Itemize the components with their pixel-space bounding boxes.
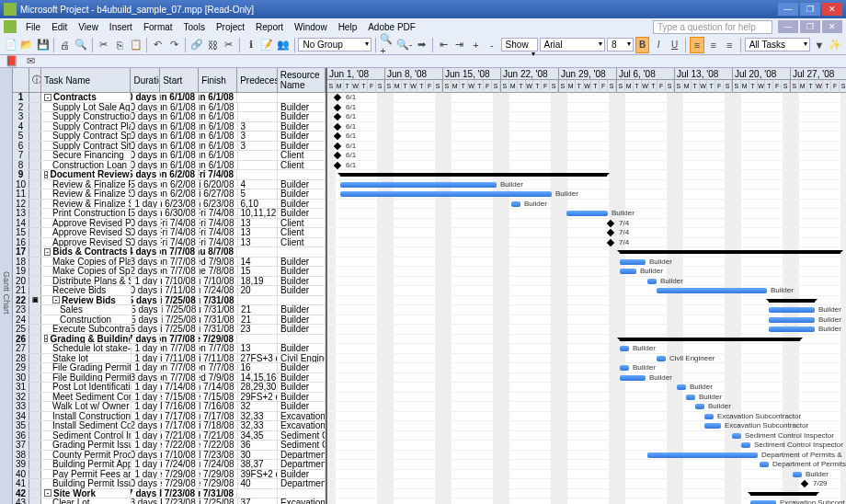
table-row[interactable]: 17-Bids & Contracts24 daysMon 7/7/08Thu …	[13, 247, 326, 258]
hide-subtasks-button[interactable]: -	[485, 37, 498, 53]
milestone[interactable]	[607, 229, 614, 236]
align-center-button[interactable]: ≡	[706, 37, 720, 53]
summary-bar[interactable]	[340, 173, 607, 177]
task-bar[interactable]	[620, 346, 629, 351]
gantt-row[interactable]: Builder	[327, 325, 846, 335]
gantt-row[interactable]	[327, 296, 846, 306]
gantt-row[interactable]: Builder	[327, 305, 846, 315]
table-row[interactable]: 10Review & Finalize Plans15 daysMon 6/2/…	[13, 180, 326, 190]
bold-button[interactable]: B	[635, 37, 650, 53]
gantt-row[interactable]	[327, 489, 846, 499]
paste-button[interactable]: 📋	[129, 37, 143, 53]
table-row[interactable]: 6Supply Contract Site Plan0 daysSun 6/1/…	[13, 142, 326, 152]
gantt-row[interactable]: Builder	[327, 180, 846, 190]
table-row[interactable]: 14Approve Revised Plans0 daysFri 7/4/08F…	[13, 219, 326, 229]
table-row[interactable]: 20Distribute Plans & Specifications1 day…	[13, 277, 326, 287]
gantt-row[interactable]: 7/4	[327, 228, 846, 238]
menu-tools[interactable]: Tools	[178, 20, 211, 34]
milestone[interactable]	[334, 152, 341, 159]
gantt-row[interactable]: 7/4	[327, 219, 846, 229]
gantt-row[interactable]: Builder	[327, 286, 846, 296]
task-bar[interactable]	[620, 269, 636, 274]
table-row[interactable]: 4Supply Contract Plans0 daysSun 6/1/08Su…	[13, 122, 326, 132]
table-row[interactable]: 8Construction Loan Settlement0 daysSun 6…	[13, 161, 326, 171]
summary-bar[interactable]	[620, 250, 840, 254]
assign-button[interactable]: 👥	[276, 37, 290, 53]
table-row[interactable]: 23Sales5 daysFri 7/25/08Thu 7/31/0821Bui…	[13, 305, 326, 315]
task-bar[interactable]	[732, 433, 741, 439]
task-bar[interactable]	[647, 279, 657, 284]
gantt-row[interactable]: Builder	[327, 383, 846, 393]
doc-close-button[interactable]: ✕	[822, 20, 842, 33]
task-bar[interactable]	[793, 472, 802, 477]
table-row[interactable]: 31Post Lot Identification1 dayMon 7/14/0…	[13, 383, 326, 393]
filter-select[interactable]: All Tasks	[745, 38, 811, 52]
col-duration[interactable]: Duration	[131, 68, 160, 92]
collapse-icon[interactable]: -	[44, 248, 51, 256]
table-row[interactable]: 38County Permit Process10 daysThu 7/10/0…	[13, 451, 326, 461]
show-select[interactable]: Show	[501, 38, 538, 52]
milestone[interactable]	[334, 113, 341, 120]
task-bar[interactable]	[340, 182, 497, 188]
task-bar[interactable]	[511, 201, 520, 207]
gantt-row[interactable]	[327, 247, 846, 258]
task-bar[interactable]	[741, 442, 750, 448]
show-subtasks-button[interactable]: +	[469, 37, 483, 53]
gantt-row[interactable]: 6/1	[327, 161, 846, 171]
menu-insert[interactable]: Insert	[104, 20, 138, 34]
gantt-row[interactable]: 6/1	[327, 93, 846, 103]
table-row[interactable]: 19Make Copies of Specifications2 daysMon…	[13, 267, 326, 277]
view-bar[interactable]: Gantt Chart	[0, 68, 13, 504]
gantt-row[interactable]	[327, 335, 846, 345]
task-bar[interactable]	[750, 500, 776, 504]
table-row[interactable]: 33Walk Lot w/ Owner1 dayWed 7/16/08Wed 7…	[13, 402, 326, 412]
milestone[interactable]	[334, 94, 341, 101]
milestone[interactable]	[801, 480, 808, 487]
menu-project[interactable]: Project	[211, 20, 250, 34]
col-start[interactable]: Start	[160, 68, 199, 92]
milestone[interactable]	[607, 219, 614, 226]
info-button[interactable]: ℹ	[244, 37, 257, 53]
milestone[interactable]	[334, 103, 341, 110]
link-button[interactable]: 🔗	[189, 37, 203, 53]
table-row[interactable]: 42-Site Work7 daysWed 7/23/08Thu 7/31/08	[13, 489, 326, 499]
gantt-row[interactable]: Builder	[327, 470, 846, 480]
table-row[interactable]: 25Execute Subcontractor Agreements5 days…	[13, 325, 326, 335]
gantt-row[interactable]: 6/1	[327, 112, 846, 122]
table-row[interactable]: 3Supply Construction Agreement0 daysSun …	[13, 112, 326, 122]
milestone[interactable]	[334, 161, 341, 168]
gantt-row[interactable]: Sediment Control Inspector	[327, 431, 846, 441]
task-bar[interactable]	[566, 211, 608, 216]
table-row[interactable]: 35Install Sediment Controls2 daysThu 7/1…	[13, 421, 326, 431]
milestone[interactable]	[607, 238, 614, 246]
table-row[interactable]: 2Supply Lot Sale Agreement0 daysSun 6/1/…	[13, 103, 326, 113]
gantt-row[interactable]: 7/4	[327, 238, 846, 248]
task-bar[interactable]	[647, 452, 758, 458]
table-row[interactable]: 29File Grading Permit Application1 dayMo…	[13, 363, 326, 373]
gantt-row[interactable]: Builder	[327, 189, 846, 200]
col-predecessors[interactable]: Predecessors	[237, 68, 278, 92]
table-row[interactable]: 16Approve Revised Site Plan0 daysFri 7/4…	[13, 238, 326, 248]
table-row[interactable]: 11Review & Finalize Specifications20 day…	[13, 189, 326, 200]
wizard-button[interactable]: ✨	[829, 37, 842, 53]
table-row[interactable]: 43Clear Lot3 daysWed 7/23/08Fri 7/25/083…	[13, 498, 326, 504]
zoom-in-button[interactable]: 🔍+	[380, 37, 394, 53]
table-row[interactable]: 9-Document Review & Revision25 daysMon 6…	[13, 170, 326, 180]
table-row[interactable]: 30File Building Permit Application3 days…	[13, 373, 326, 384]
minimize-button[interactable]: —	[778, 3, 798, 16]
menu-file[interactable]: File	[20, 20, 46, 34]
table-row[interactable]: 40Pay Permit Fees and Excise Taxes1 dayT…	[13, 470, 326, 480]
gantt-row[interactable]: 6/1	[327, 132, 846, 142]
table-row[interactable]: 34Install Construction Entrance1 dayThu …	[13, 412, 326, 422]
group-select[interactable]: No Group	[298, 38, 372, 52]
gantt-row[interactable]: Department of Permits &	[327, 451, 846, 461]
menu-adobe-pdf[interactable]: Adobe PDF	[362, 20, 421, 34]
help-search[interactable]: Type a question for help	[653, 20, 772, 34]
milestone[interactable]	[334, 132, 341, 140]
task-bar[interactable]	[769, 326, 815, 332]
collapse-icon[interactable]: -	[44, 171, 48, 178]
table-row[interactable]: 27Schedule lot stake-out1 dayMon 7/7/08M…	[13, 344, 326, 354]
table-row[interactable]: 22▣-Review Bids5 daysFri 7/25/08Thu 7/31…	[13, 296, 326, 306]
fontsize-select[interactable]: 8	[607, 38, 634, 52]
menu-window[interactable]: Window	[289, 20, 333, 34]
